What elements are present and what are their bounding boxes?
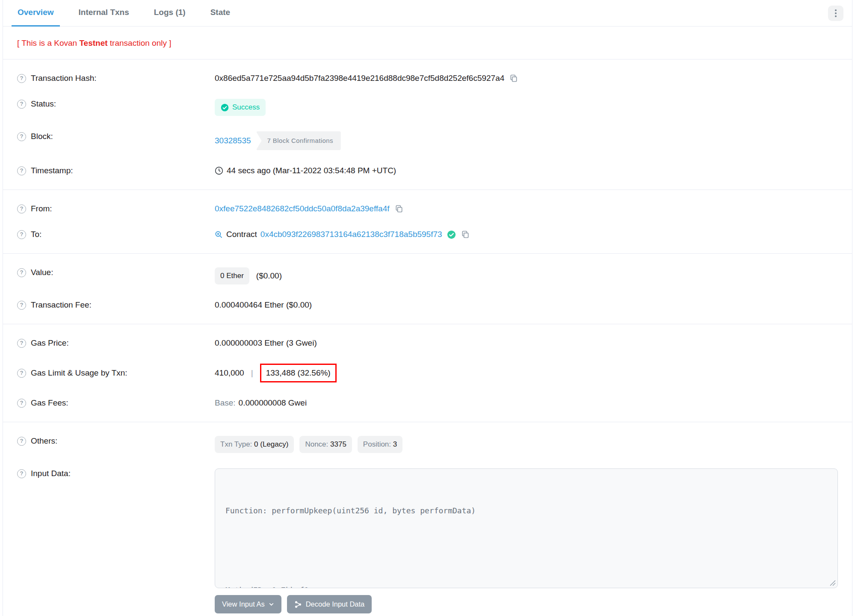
row-transaction-hash: ? Transaction Hash: 0x86ed5a771e725aa94d… (17, 65, 838, 91)
row-label-text: Input Data: (31, 468, 71, 479)
row-label-text: Others: (31, 436, 57, 446)
copy-icon (395, 204, 403, 213)
row-label-text: Status: (31, 99, 56, 109)
copy-hash-button[interactable] (509, 74, 518, 83)
decode-nodes-icon (294, 601, 302, 608)
chevron-down-icon (269, 601, 274, 607)
help-icon[interactable]: ? (17, 369, 26, 378)
decode-input-data-button[interactable]: Decode Input Data (287, 595, 372, 613)
row-label-text: Gas Limit & Usage by Txn: (31, 368, 127, 378)
row-timestamp: ? Timestamp: 44 secs ago (Mar-11-2022 03… (17, 158, 838, 184)
input-methodid-line: MethodID: 0x7bbaf1ea (225, 583, 836, 588)
section-value: ? Value: 0 Ether ($0.00) ? Transaction F… (3, 254, 852, 324)
row-label-text: Timestamp: (31, 166, 73, 176)
tab-internal-txns[interactable]: Internal Txns (73, 0, 135, 27)
to-contract-prefix: Contract (226, 229, 257, 240)
input-function-line: Function: performUpkeep(uint256 id, byte… (225, 504, 836, 517)
tab-bar: Overview Internal Txns Logs (1) State (3, 0, 852, 27)
txn-type-badge: Txn Type: 0 (Legacy) (215, 436, 294, 453)
transaction-card: Overview Internal Txns Logs (1) State [ … (3, 0, 852, 616)
position-badge: Position: 3 (358, 436, 402, 453)
gas-usage-value: 133,488 (32.56%) (266, 368, 331, 377)
separator: | (251, 368, 253, 378)
help-icon[interactable]: ? (17, 301, 26, 310)
help-icon[interactable]: ? (17, 74, 26, 83)
kebab-icon (835, 9, 837, 11)
section-overview-top: ? Transaction Hash: 0x86ed5a771e725aa94d… (3, 59, 852, 190)
input-actions: View Input As Decode Input Data (215, 595, 838, 613)
row-gas-fees: ? Gas Fees: Base: 0.000000008 Gwei (17, 390, 838, 416)
testnet-notice: [ This is a Kovan Testnet transaction on… (3, 27, 852, 59)
usd-value: ($0.00) (256, 271, 282, 281)
ether-value-badge: 0 Ether (215, 267, 249, 284)
base-fee-label: Base: (215, 398, 236, 408)
help-icon[interactable]: ? (17, 399, 26, 408)
row-label-text: Transaction Hash: (31, 73, 96, 83)
status-badge: Success (215, 99, 266, 116)
tab-overview[interactable]: Overview (12, 0, 60, 27)
notice-suffix: transaction only ] (108, 38, 172, 47)
help-icon[interactable]: ? (17, 100, 26, 109)
help-icon[interactable]: ? (17, 437, 26, 446)
row-status: ? Status: Success (17, 91, 838, 124)
nonce-badge: Nonce: 3375 (299, 436, 352, 453)
tab-state[interactable]: State (204, 0, 236, 27)
from-address-link[interactable]: 0xfee7522e8482682cf50ddc50a0f8da2a39effa… (215, 204, 390, 214)
transaction-hash-value: 0x86ed5a771e725aa94d5b7fa2398e4419e216d8… (215, 73, 504, 83)
copy-to-button[interactable] (461, 230, 470, 239)
transaction-fee-value: 0.000400464 Ether ($0.00) (215, 300, 312, 310)
zoom-in-icon (215, 231, 223, 239)
timestamp-value: 44 secs ago (Mar-11-2022 03:54:48 PM +UT… (227, 166, 396, 176)
row-transaction-fee: ? Transaction Fee: 0.000400464 Ether ($0… (17, 292, 838, 318)
row-label-text: Gas Fees: (31, 398, 68, 408)
notice-prefix: [ This is a Kovan (17, 38, 79, 47)
gas-usage-highlight-box: 133,488 (32.56%) (260, 364, 337, 382)
row-block: ? Block: 30328535 7 Block Confirmations (17, 124, 838, 158)
gas-limit-value: 410,000 (215, 368, 244, 378)
copy-icon (461, 230, 470, 239)
help-icon[interactable]: ? (17, 204, 26, 213)
resize-handle-icon[interactable] (830, 580, 836, 586)
clock-icon (215, 166, 223, 175)
status-text: Success (232, 102, 260, 113)
section-others: ? Others: Txn Type: 0 (Legacy) Nonce: 33… (3, 422, 852, 616)
help-icon[interactable]: ? (17, 166, 26, 175)
help-icon[interactable]: ? (17, 132, 26, 141)
row-label-text: Gas Price: (31, 338, 69, 348)
row-value: ? Value: 0 Ether ($0.00) (17, 260, 838, 292)
base-fee-value: 0.000000008 Gwei (239, 398, 307, 408)
row-label-text: Transaction Fee: (31, 300, 92, 310)
section-gas: ? Gas Price: 0.000000003 Ether (3 Gwei) … (3, 324, 852, 422)
to-address-link[interactable]: 0x4cb093f226983713164a62138c3f718a5b595f… (260, 229, 442, 240)
row-from: ? From: 0xfee7522e8482682cf50ddc50a0f8da… (17, 196, 838, 222)
view-input-as-button[interactable]: View Input As (215, 595, 281, 613)
row-input-data: ? Input Data: Function: performUpkeep(ui… (17, 461, 838, 616)
help-icon[interactable]: ? (17, 469, 26, 478)
row-label-text: From: (31, 204, 52, 214)
copy-icon (509, 74, 518, 83)
check-circle-icon (221, 104, 229, 112)
notice-bold: Testnet (79, 38, 107, 47)
row-gas-price: ? Gas Price: 0.000000003 Ether (3 Gwei) (17, 330, 838, 356)
help-icon[interactable]: ? (17, 268, 26, 277)
block-number-link[interactable]: 30328535 (215, 136, 251, 146)
help-icon[interactable]: ? (17, 230, 26, 239)
row-others: ? Others: Txn Type: 0 (Legacy) Nonce: 33… (17, 428, 838, 461)
more-options-button[interactable] (828, 6, 843, 21)
input-data-textarea[interactable]: Function: performUpkeep(uint256 id, byte… (215, 468, 838, 588)
copy-from-button[interactable] (395, 204, 403, 213)
help-icon[interactable]: ? (17, 339, 26, 348)
row-label-text: Value: (31, 267, 53, 278)
row-label-text: To: (31, 229, 41, 240)
section-addresses: ? From: 0xfee7522e8482682cf50ddc50a0f8da… (3, 190, 852, 253)
row-label-text: Block: (31, 131, 53, 142)
row-to: ? To: Contract 0x4cb093f226983713164a621… (17, 222, 838, 247)
verified-check-icon (447, 230, 456, 239)
gas-price-value: 0.000000003 Ether (3 Gwei) (215, 338, 317, 348)
tab-logs[interactable]: Logs (1) (148, 0, 192, 27)
block-confirmations-badge: 7 Block Confirmations (256, 131, 341, 150)
row-gas-limit-usage: ? Gas Limit & Usage by Txn: 410,000 | 13… (17, 356, 838, 390)
